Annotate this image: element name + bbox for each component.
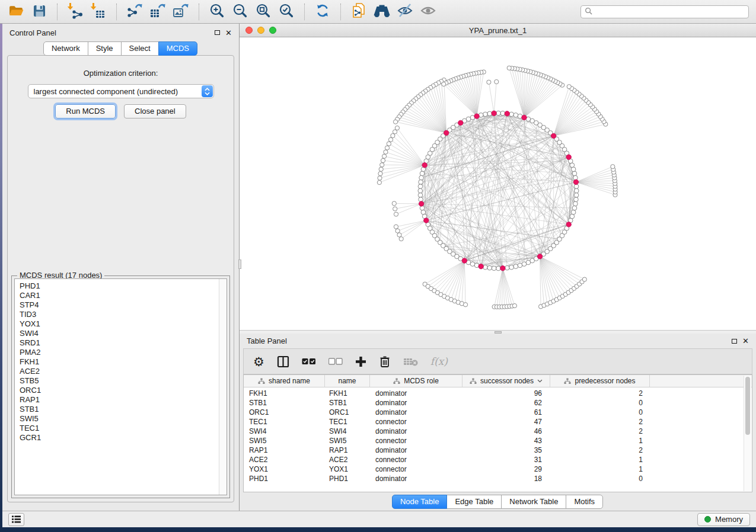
table-row[interactable]: FKH1FKH1dominator962 bbox=[244, 389, 752, 398]
table-row[interactable]: PHD1PHD1dominator180 bbox=[244, 474, 752, 483]
close-table-panel-icon[interactable]: ✕ bbox=[742, 337, 749, 345]
memory-button[interactable]: Memory bbox=[697, 513, 750, 526]
tab-node-table[interactable]: Node Table bbox=[392, 495, 448, 509]
run-mcds-button[interactable]: Run MCDS bbox=[55, 104, 116, 118]
network-window-title: YPA_prune.txt_1 bbox=[469, 26, 527, 35]
eye-slash-icon bbox=[396, 2, 414, 21]
open-file-button[interactable] bbox=[7, 3, 25, 21]
deselect-all-button[interactable] bbox=[328, 358, 343, 365]
tab-select[interactable]: Select bbox=[121, 41, 159, 56]
task-history-button[interactable] bbox=[8, 513, 24, 526]
list-item[interactable]: YOX1 bbox=[20, 319, 222, 329]
list-item[interactable]: FKH1 bbox=[20, 357, 222, 367]
close-window-icon[interactable] bbox=[245, 27, 253, 34]
table-row[interactable]: YOX1YOX1connector291 bbox=[244, 464, 752, 474]
table-row[interactable]: SWI4SWI4dominator462 bbox=[244, 427, 752, 436]
close-panel-button[interactable]: Close panel bbox=[124, 104, 186, 118]
table-row[interactable]: RAP1RAP1dominator352 bbox=[244, 446, 752, 455]
zoom-fit-button[interactable] bbox=[254, 3, 272, 21]
export-network-button[interactable] bbox=[126, 3, 143, 21]
list-item[interactable]: PMA2 bbox=[20, 348, 222, 357]
search-field[interactable] bbox=[580, 5, 749, 18]
network-view[interactable] bbox=[240, 37, 756, 330]
tab-network-table[interactable]: Network Table bbox=[501, 495, 566, 509]
tab-mcds[interactable]: MCDS bbox=[158, 41, 197, 56]
list-item[interactable]: CAR1 bbox=[20, 291, 222, 300]
table-row[interactable]: ORC1ORC1dominator610 bbox=[244, 408, 752, 417]
table-row[interactable]: TEC1TEC1connector472 bbox=[244, 417, 752, 427]
select-all-button[interactable] bbox=[302, 358, 316, 365]
list-item[interactable]: RAP1 bbox=[20, 395, 222, 405]
toolbar-separator bbox=[116, 4, 117, 20]
import-network-button[interactable] bbox=[66, 3, 84, 21]
column-header-successor-nodes[interactable]: successor nodes bbox=[462, 375, 550, 387]
list-item[interactable]: TEC1 bbox=[20, 424, 222, 433]
zoom-out-button[interactable] bbox=[231, 3, 249, 21]
tab-motifs[interactable]: Motifs bbox=[566, 495, 603, 509]
float-table-panel-icon[interactable] bbox=[732, 339, 737, 344]
table-panel-title: Table Panel bbox=[247, 336, 287, 345]
table-row[interactable]: STB1STB1dominator620 bbox=[244, 398, 752, 408]
search-network-button[interactable] bbox=[373, 3, 391, 21]
list-item[interactable]: PHD1 bbox=[20, 281, 222, 291]
scrollbar-thumb[interactable] bbox=[745, 377, 750, 435]
column-header-mcds-role[interactable]: MCDS role bbox=[370, 375, 462, 387]
list-item[interactable]: ACE2 bbox=[20, 367, 222, 376]
list-item[interactable]: ORC1 bbox=[20, 386, 222, 395]
network-canvas[interactable] bbox=[240, 37, 756, 330]
table-tabs: Node Table Edge Table Network Table Moti… bbox=[240, 492, 756, 511]
tab-edge-table[interactable]: Edge Table bbox=[446, 495, 502, 509]
float-panel-icon[interactable] bbox=[215, 30, 220, 35]
table-cell: 46 bbox=[462, 427, 550, 435]
table-cell: ORC1 bbox=[244, 408, 325, 416]
mcds-result-list[interactable]: PHD1CAR1STP4TID3YOX1SWI4SRD1PMA2FKH1ACE2… bbox=[14, 278, 227, 495]
network-window-titlebar[interactable]: YPA_prune.txt_1 bbox=[240, 24, 756, 37]
column-header-predecessor-nodes[interactable]: predecessor nodes bbox=[550, 375, 650, 387]
list-item[interactable]: SWI4 bbox=[20, 329, 222, 338]
save-session-button[interactable] bbox=[30, 3, 48, 21]
import-table-button[interactable] bbox=[90, 3, 107, 21]
horizontal-divider[interactable] bbox=[240, 330, 756, 334]
refresh-button[interactable] bbox=[314, 3, 331, 21]
minimize-window-icon[interactable] bbox=[257, 27, 264, 34]
export-table-button[interactable] bbox=[149, 3, 167, 21]
delete-table-button[interactable] bbox=[403, 357, 418, 366]
search-icon bbox=[585, 7, 592, 17]
table-cell: dominator bbox=[370, 475, 462, 483]
list-item[interactable]: SWI5 bbox=[20, 414, 222, 424]
column-visibility-button[interactable] bbox=[277, 355, 289, 368]
export-image-button[interactable] bbox=[172, 3, 190, 21]
function-builder-button[interactable]: f(x) bbox=[430, 355, 448, 367]
list-icon bbox=[12, 515, 21, 523]
search-input[interactable] bbox=[595, 8, 745, 16]
table-scrollbar[interactable] bbox=[744, 376, 751, 491]
table-row[interactable]: ACE2ACE2connector311 bbox=[244, 455, 752, 464]
list-item[interactable]: TID3 bbox=[20, 310, 222, 319]
table-cell: YOX1 bbox=[325, 465, 370, 473]
list-item[interactable]: STB1 bbox=[20, 405, 222, 414]
add-row-button[interactable] bbox=[355, 356, 366, 367]
copy-network-button[interactable] bbox=[350, 3, 368, 21]
hide-selected-button[interactable] bbox=[396, 3, 414, 21]
split-divider-handle[interactable] bbox=[238, 259, 241, 269]
table-row[interactable]: SWI5SWI5connector431 bbox=[244, 436, 752, 446]
table-settings-button[interactable]: ⚙ bbox=[253, 355, 264, 368]
list-item[interactable]: STB5 bbox=[20, 376, 222, 386]
result-scrollbar[interactable] bbox=[219, 279, 227, 495]
zoom-selected-button[interactable] bbox=[277, 3, 295, 21]
zoom-in-icon bbox=[209, 2, 225, 21]
maximize-window-icon[interactable] bbox=[269, 27, 276, 34]
divider-handle[interactable] bbox=[495, 331, 502, 334]
criterion-dropdown[interactable]: largest connected component (undirected) bbox=[28, 84, 214, 98]
column-header-shared-name[interactable]: shared name bbox=[244, 375, 325, 387]
tab-network[interactable]: Network bbox=[43, 41, 88, 56]
delete-row-button[interactable] bbox=[379, 355, 391, 368]
list-item[interactable]: SRD1 bbox=[20, 338, 222, 348]
list-item[interactable]: GCR1 bbox=[20, 433, 222, 443]
zoom-in-button[interactable] bbox=[208, 3, 226, 21]
close-panel-icon[interactable]: ✕ bbox=[225, 29, 232, 37]
list-item[interactable]: STP4 bbox=[20, 300, 222, 310]
show-all-button[interactable] bbox=[419, 3, 437, 21]
column-header-name[interactable]: name bbox=[325, 375, 370, 387]
tab-style[interactable]: Style bbox=[88, 41, 122, 56]
